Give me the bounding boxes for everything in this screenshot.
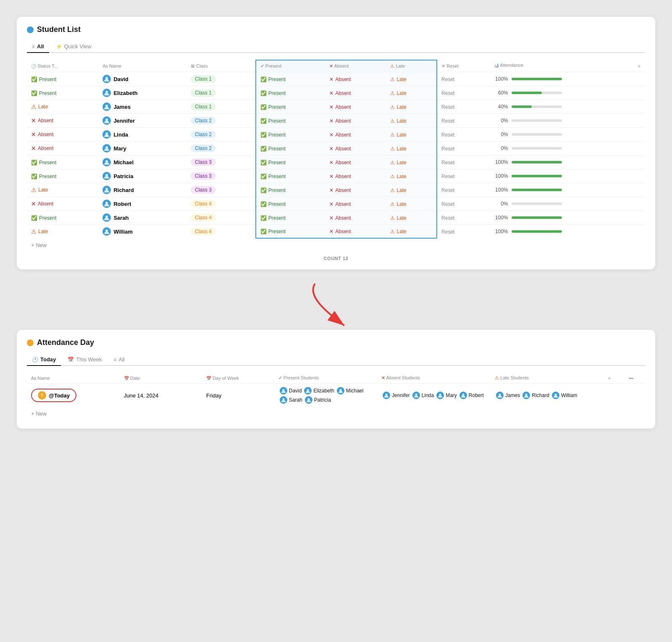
late-action-cell[interactable]: ⚠ Late xyxy=(386,225,437,239)
absent-action-cell[interactable]: ✕ Absent xyxy=(325,142,386,155)
table-row: ✕ Absent Robert Class 4 ✅ Present ✕ xyxy=(27,197,645,211)
avatar xyxy=(102,172,111,180)
status-cell: ✕ Absent xyxy=(27,114,98,128)
avatar xyxy=(280,396,287,404)
tab-all-bottom[interactable]: ≡ All xyxy=(109,354,130,366)
tab-quick-view[interactable]: ⚡ Quick View xyxy=(51,41,97,53)
present-action-cell[interactable]: ✅ Present xyxy=(256,183,325,197)
late-action-cell[interactable]: ⚠ Late xyxy=(386,197,437,211)
student-chip: Sarah xyxy=(280,396,302,404)
attendance-cell: 100% xyxy=(490,211,645,225)
table-row: ✕ Absent Mary Class 2 ✅ Present ✕ A xyxy=(27,142,645,155)
late-action-cell[interactable]: ⚠ Late xyxy=(386,86,437,100)
name-cell: Jennifer xyxy=(98,114,186,128)
reset-button[interactable]: Reset xyxy=(441,201,454,207)
reset-cell[interactable]: Reset xyxy=(437,225,490,239)
table-row: ⚠ Late William Class 4 ✅ Present ✕ xyxy=(27,225,645,239)
bcol-date: 📅 Date xyxy=(120,373,202,384)
reset-button[interactable]: Reset xyxy=(441,229,454,235)
reset-cell[interactable]: Reset xyxy=(437,183,490,197)
table-row: ⚠ Late James Class 1 ✅ Present ✕ Ab xyxy=(27,100,645,114)
late-action-cell[interactable]: ⚠ Late xyxy=(386,155,437,169)
present-action-cell[interactable]: ✅ Present xyxy=(256,211,325,225)
bcol-more[interactable]: ••• xyxy=(625,373,645,384)
absent-action-cell[interactable]: ✕ Absent xyxy=(325,128,386,142)
add-new-attendance[interactable]: + New xyxy=(27,407,51,420)
reset-cell[interactable]: Reset xyxy=(437,197,490,211)
reset-button[interactable]: Reset xyxy=(441,104,454,110)
present-action-cell[interactable]: ✅ Present xyxy=(256,100,325,114)
name-cell: Patricia xyxy=(98,169,186,183)
present-action-cell[interactable]: ✅ Present xyxy=(256,155,325,169)
avatar xyxy=(102,130,111,139)
reset-cell[interactable]: Reset xyxy=(437,155,490,169)
today-absent-students: Jennifer Linda Mary Robert xyxy=(377,384,491,408)
reset-button[interactable]: Reset xyxy=(441,118,454,124)
table-row: ✅ Present David Class 1 ✅ Present ✕ xyxy=(27,72,645,86)
absent-action-cell[interactable]: ✕ Absent xyxy=(325,183,386,197)
bcol-add[interactable]: + xyxy=(604,373,625,384)
reset-cell[interactable]: Reset xyxy=(437,128,490,142)
present-action-cell[interactable]: ✅ Present xyxy=(256,197,325,211)
late-action-cell[interactable]: ⚠ Late xyxy=(386,128,437,142)
present-action-cell[interactable]: ✅ Present xyxy=(256,225,325,239)
reset-button[interactable]: Reset xyxy=(441,90,454,96)
absent-action-cell[interactable]: ✕ Absent xyxy=(325,197,386,211)
present-action-cell[interactable]: ✅ Present xyxy=(256,72,325,86)
attendance-cell: 0% xyxy=(490,128,645,142)
reset-cell[interactable]: Reset xyxy=(437,100,490,114)
reset-cell[interactable]: Reset xyxy=(437,169,490,183)
late-action-cell[interactable]: ⚠ Late xyxy=(386,72,437,86)
attendance-cell: 100% xyxy=(490,183,645,197)
present-action-cell[interactable]: ✅ Present xyxy=(256,142,325,155)
late-action-cell[interactable]: ⚠ Late xyxy=(386,142,437,155)
absent-action-cell[interactable]: ✕ Absent xyxy=(325,225,386,239)
reset-button[interactable]: Reset xyxy=(441,76,454,82)
reset-button[interactable]: Reset xyxy=(441,215,454,221)
reset-cell[interactable]: Reset xyxy=(437,86,490,100)
today-name-cell: T @Today xyxy=(27,384,120,408)
absent-action-cell[interactable]: ✕ Absent xyxy=(325,211,386,225)
attendance-cell: 60% xyxy=(490,86,645,100)
late-action-cell[interactable]: ⚠ Late xyxy=(386,183,437,197)
late-action-cell[interactable]: ⚠ Late xyxy=(386,114,437,128)
name-cell: Michael xyxy=(98,155,186,169)
add-new-student[interactable]: + New xyxy=(27,239,51,252)
reset-button[interactable]: Reset xyxy=(441,187,454,193)
absent-action-cell[interactable]: ✕ Absent xyxy=(325,114,386,128)
tab-all[interactable]: ≡ All xyxy=(27,41,49,53)
attendance-day-panel: Attendance Day 🕐 Today 📅 This Week ≡ All… xyxy=(17,330,655,429)
present-action-cell[interactable]: ✅ Present xyxy=(256,114,325,128)
late-action-cell[interactable]: ⚠ Late xyxy=(386,169,437,183)
reset-cell[interactable]: Reset xyxy=(437,211,490,225)
reset-cell[interactable]: Reset xyxy=(437,114,490,128)
present-action-cell[interactable]: ✅ Present xyxy=(256,169,325,183)
reset-button[interactable]: Reset xyxy=(441,160,454,166)
absent-action-cell[interactable]: ✕ Absent xyxy=(325,155,386,169)
top-tabs: ≡ All ⚡ Quick View xyxy=(27,41,645,53)
student-chip: Patricia xyxy=(305,396,331,404)
reset-button[interactable]: Reset xyxy=(441,146,454,152)
col-status: 🕐 Status T... xyxy=(27,60,98,72)
class-cell: Class 4 xyxy=(186,225,256,239)
absent-action-cell[interactable]: ✕ Absent xyxy=(325,86,386,100)
late-action-cell[interactable]: ⚠ Late xyxy=(386,211,437,225)
attendance-cell: 100% xyxy=(490,155,645,169)
avatar xyxy=(412,392,420,399)
reset-button[interactable]: Reset xyxy=(441,174,454,179)
attendance-cell: 100% xyxy=(490,72,645,86)
present-action-cell[interactable]: ✅ Present xyxy=(256,86,325,100)
tab-today[interactable]: 🕐 Today xyxy=(27,354,61,366)
late-action-cell[interactable]: ⚠ Late xyxy=(386,100,437,114)
absent-action-cell[interactable]: ✕ Absent xyxy=(325,72,386,86)
present-action-cell[interactable]: ✅ Present xyxy=(256,128,325,142)
absent-action-cell[interactable]: ✕ Absent xyxy=(325,169,386,183)
tab-this-week[interactable]: 📅 This Week xyxy=(63,354,107,366)
absent-action-cell[interactable]: ✕ Absent xyxy=(325,100,386,114)
table-row: ✕ Absent Jennifer Class 2 ✅ Present ✕ xyxy=(27,114,645,128)
reset-cell[interactable]: Reset xyxy=(437,72,490,86)
class-cell: Class 2 xyxy=(186,128,256,142)
reset-cell[interactable]: Reset xyxy=(437,142,490,155)
status-cell: ⚠ Late xyxy=(27,183,98,197)
reset-button[interactable]: Reset xyxy=(441,132,454,138)
